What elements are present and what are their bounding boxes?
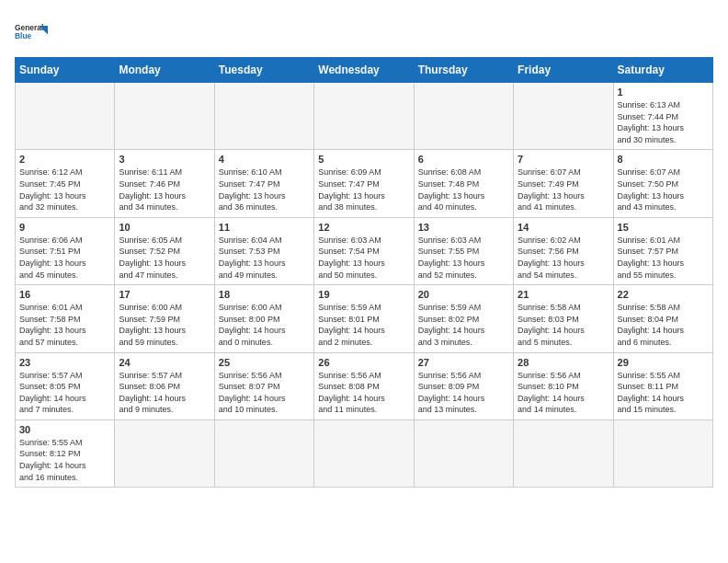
day-info: Sunrise: 6:07 AM Sunset: 7:50 PM Dayligh…: [618, 167, 709, 213]
calendar-cell: 24Sunrise: 5:57 AM Sunset: 8:06 PM Dayli…: [115, 352, 214, 419]
day-number: 19: [318, 289, 409, 300]
day-number: 21: [518, 289, 609, 300]
day-number: 18: [219, 289, 310, 300]
calendar-cell: [514, 83, 613, 150]
week-row-4: 16Sunrise: 6:01 AM Sunset: 7:58 PM Dayli…: [16, 285, 713, 352]
day-info: Sunrise: 6:13 AM Sunset: 7:44 PM Dayligh…: [618, 99, 709, 145]
week-row-3: 9Sunrise: 6:06 AM Sunset: 7:51 PM Daylig…: [16, 217, 713, 284]
day-info: Sunrise: 6:02 AM Sunset: 7:56 PM Dayligh…: [518, 235, 609, 281]
day-info: Sunrise: 6:09 AM Sunset: 7:47 PM Dayligh…: [318, 167, 409, 213]
calendar-cell: 6Sunrise: 6:08 AM Sunset: 7:48 PM Daylig…: [414, 150, 513, 217]
week-row-6: 30Sunrise: 5:55 AM Sunset: 8:12 PM Dayli…: [16, 419, 713, 487]
calendar-cell: [613, 419, 712, 487]
calendar-cell: [414, 83, 513, 150]
weekday-header-monday: Monday: [115, 58, 214, 83]
svg-text:Blue: Blue: [15, 31, 32, 40]
day-info: Sunrise: 5:58 AM Sunset: 8:04 PM Dayligh…: [618, 302, 709, 348]
calendar-cell: 19Sunrise: 5:59 AM Sunset: 8:01 PM Dayli…: [314, 285, 414, 352]
day-number: 3: [119, 154, 210, 165]
day-number: 8: [618, 154, 709, 165]
day-info: Sunrise: 6:11 AM Sunset: 7:46 PM Dayligh…: [119, 167, 210, 213]
calendar-cell: 12Sunrise: 6:03 AM Sunset: 7:54 PM Dayli…: [314, 217, 414, 284]
day-info: Sunrise: 6:01 AM Sunset: 7:58 PM Dayligh…: [19, 302, 110, 348]
calendar-cell: [115, 83, 214, 150]
day-number: 6: [418, 154, 509, 165]
day-number: 9: [19, 222, 110, 233]
calendar-cell: 21Sunrise: 5:58 AM Sunset: 8:03 PM Dayli…: [514, 285, 613, 352]
day-number: 7: [518, 154, 609, 165]
calendar-cell: 8Sunrise: 6:07 AM Sunset: 7:50 PM Daylig…: [613, 150, 712, 217]
calendar-cell: 25Sunrise: 5:56 AM Sunset: 8:07 PM Dayli…: [214, 352, 313, 419]
calendar-cell: 29Sunrise: 5:55 AM Sunset: 8:11 PM Dayli…: [613, 352, 712, 419]
calendar-cell: 23Sunrise: 5:57 AM Sunset: 8:05 PM Dayli…: [16, 352, 115, 419]
day-info: Sunrise: 5:55 AM Sunset: 8:11 PM Dayligh…: [618, 370, 709, 416]
weekday-header-thursday: Thursday: [414, 58, 513, 83]
calendar-cell: [16, 83, 115, 150]
calendar-cell: 26Sunrise: 5:56 AM Sunset: 8:08 PM Dayli…: [314, 352, 414, 419]
day-number: 10: [119, 222, 210, 233]
day-number: 26: [318, 357, 409, 368]
day-info: Sunrise: 5:57 AM Sunset: 8:06 PM Dayligh…: [119, 370, 210, 416]
calendar-cell: 15Sunrise: 6:01 AM Sunset: 7:57 PM Dayli…: [613, 217, 712, 284]
day-number: 1: [618, 86, 709, 98]
svg-text:General: General: [15, 23, 43, 32]
day-info: Sunrise: 5:56 AM Sunset: 8:07 PM Dayligh…: [219, 370, 310, 416]
day-info: Sunrise: 6:03 AM Sunset: 7:54 PM Dayligh…: [318, 235, 409, 281]
calendar-cell: 14Sunrise: 6:02 AM Sunset: 7:56 PM Dayli…: [514, 217, 613, 284]
calendar-cell: 7Sunrise: 6:07 AM Sunset: 7:49 PM Daylig…: [514, 150, 613, 217]
day-info: Sunrise: 5:59 AM Sunset: 8:02 PM Dayligh…: [418, 302, 509, 348]
day-number: 27: [418, 357, 509, 368]
weekday-header-sunday: Sunday: [16, 58, 115, 83]
day-info: Sunrise: 6:08 AM Sunset: 7:48 PM Dayligh…: [418, 167, 509, 213]
weekday-header-wednesday: Wednesday: [314, 58, 414, 83]
week-row-1: 1Sunrise: 6:13 AM Sunset: 7:44 PM Daylig…: [16, 83, 713, 150]
day-info: Sunrise: 6:05 AM Sunset: 7:52 PM Dayligh…: [119, 235, 210, 281]
calendar-cell: 9Sunrise: 6:06 AM Sunset: 7:51 PM Daylig…: [16, 217, 115, 284]
day-number: 30: [19, 424, 110, 435]
week-row-5: 23Sunrise: 5:57 AM Sunset: 8:05 PM Dayli…: [16, 352, 713, 419]
calendar-cell: [314, 419, 414, 487]
day-info: Sunrise: 6:00 AM Sunset: 8:00 PM Dayligh…: [219, 302, 310, 348]
calendar-cell: [514, 419, 613, 487]
calendar-cell: 13Sunrise: 6:03 AM Sunset: 7:55 PM Dayli…: [414, 217, 513, 284]
calendar-cell: 4Sunrise: 6:10 AM Sunset: 7:47 PM Daylig…: [214, 150, 313, 217]
day-number: 29: [618, 357, 709, 368]
week-row-2: 2Sunrise: 6:12 AM Sunset: 7:45 PM Daylig…: [16, 150, 713, 217]
day-number: 22: [618, 289, 709, 300]
calendar-cell: 10Sunrise: 6:05 AM Sunset: 7:52 PM Dayli…: [115, 217, 214, 284]
calendar-cell: 3Sunrise: 6:11 AM Sunset: 7:46 PM Daylig…: [115, 150, 214, 217]
calendar-cell: [115, 419, 214, 487]
calendar-cell: 5Sunrise: 6:09 AM Sunset: 7:47 PM Daylig…: [314, 150, 414, 217]
calendar-cell: 11Sunrise: 6:04 AM Sunset: 7:53 PM Dayli…: [214, 217, 313, 284]
calendar-cell: 18Sunrise: 6:00 AM Sunset: 8:00 PM Dayli…: [214, 285, 313, 352]
day-number: 14: [518, 222, 609, 233]
day-info: Sunrise: 6:00 AM Sunset: 7:59 PM Dayligh…: [119, 302, 210, 348]
day-number: 20: [418, 289, 509, 300]
calendar-cell: 16Sunrise: 6:01 AM Sunset: 7:58 PM Dayli…: [16, 285, 115, 352]
day-number: 15: [618, 222, 709, 233]
header: General Blue: [15, 15, 713, 48]
day-number: 16: [19, 289, 110, 300]
calendar-cell: 30Sunrise: 5:55 AM Sunset: 8:12 PM Dayli…: [16, 419, 115, 487]
day-number: 13: [418, 222, 509, 233]
calendar-cell: 17Sunrise: 6:00 AM Sunset: 7:59 PM Dayli…: [115, 285, 214, 352]
weekday-header-saturday: Saturday: [613, 58, 712, 83]
day-number: 2: [19, 154, 110, 165]
weekday-header-row: SundayMondayTuesdayWednesdayThursdayFrid…: [16, 58, 713, 83]
calendar-cell: [214, 419, 313, 487]
day-info: Sunrise: 6:03 AM Sunset: 7:55 PM Dayligh…: [418, 235, 509, 281]
calendar-cell: 20Sunrise: 5:59 AM Sunset: 8:02 PM Dayli…: [414, 285, 513, 352]
day-info: Sunrise: 6:12 AM Sunset: 7:45 PM Dayligh…: [19, 167, 110, 213]
day-info: Sunrise: 5:56 AM Sunset: 8:09 PM Dayligh…: [418, 370, 509, 416]
day-number: 17: [119, 289, 210, 300]
calendar-cell: [314, 83, 414, 150]
weekday-header-tuesday: Tuesday: [214, 58, 313, 83]
day-info: Sunrise: 6:04 AM Sunset: 7:53 PM Dayligh…: [219, 235, 310, 281]
calendar-cell: [414, 419, 513, 487]
calendar-cell: 1Sunrise: 6:13 AM Sunset: 7:44 PM Daylig…: [613, 83, 712, 150]
day-info: Sunrise: 5:56 AM Sunset: 8:08 PM Dayligh…: [318, 370, 409, 416]
day-number: 24: [119, 357, 210, 368]
day-info: Sunrise: 5:59 AM Sunset: 8:01 PM Dayligh…: [318, 302, 409, 348]
day-info: Sunrise: 6:10 AM Sunset: 7:47 PM Dayligh…: [219, 167, 310, 213]
day-info: Sunrise: 6:06 AM Sunset: 7:51 PM Dayligh…: [19, 235, 110, 281]
